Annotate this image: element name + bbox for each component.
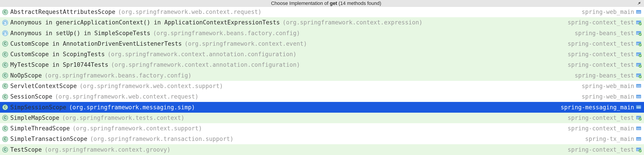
module-name: spring-context_test (568, 49, 634, 60)
package-name: (org.springframework.web.context.support… (80, 81, 223, 91)
module-name: spring-context_test (568, 60, 634, 70)
item-label: SimpleTransactionScope(org.springframewo… (10, 134, 234, 144)
list-item[interactable]: ServletContextScope(org.springframework.… (0, 81, 644, 91)
item-label: ServletContextScope(org.springframework.… (10, 81, 223, 91)
list-item[interactable]: TestScope(org.springframework.context.gr… (0, 144, 644, 155)
test-root-icon (636, 62, 642, 68)
test-root-icon (636, 115, 642, 121)
package-name: (org.springframework.beans.factory.confi… (153, 28, 300, 39)
class-name: SimpleMapScope (10, 113, 59, 123)
pin-icon[interactable] (636, 1, 642, 6)
item-label: MyTestScope in Spr10744Tests(org.springf… (10, 60, 300, 70)
class-name: CustomScope in ScopingTests (10, 49, 105, 60)
class-name: CustomScope in AnnotationDrivenEventList… (10, 39, 182, 49)
source-root-icon (636, 94, 642, 100)
source-root-icon (636, 9, 642, 15)
item-label: SimpSessionScope(org.springframework.mes… (10, 102, 195, 113)
module-name: spring-web_main (582, 81, 634, 91)
module-name: spring-context_main (568, 123, 634, 134)
class-icon (1, 52, 9, 57)
class-icon (1, 62, 9, 68)
implementation-list[interactable]: AbstractRequestAttributesScope(org.sprin… (0, 7, 644, 155)
package-name: (org.springframework.context.annotation.… (111, 60, 300, 70)
class-name: MyTestScope in Spr10744Tests (10, 60, 108, 70)
test-root-icon (636, 147, 642, 152)
test-root-icon (636, 41, 642, 47)
module-name: spring-beans_test (575, 28, 634, 39)
module-name: spring-context_test (568, 144, 634, 155)
implementation-chooser-popup: Choose Implementation of get (14 methods… (0, 0, 644, 155)
class-icon (1, 126, 9, 131)
test-root-icon (636, 73, 642, 78)
item-label: SimpleMapScope(org.springframework.tests… (10, 113, 184, 123)
item-label: NoOpScope(org.springframework.beans.fact… (10, 70, 192, 81)
test-root-icon (636, 52, 642, 57)
package-name: (org.springframework.web.context.request… (118, 7, 262, 17)
source-root-icon (636, 83, 642, 89)
package-name: (org.springframework.context.support) (72, 123, 202, 134)
class-name: SimpleTransactionScope (10, 134, 87, 144)
class-icon (1, 94, 9, 100)
package-name: (org.springframework.beans.factory.confi… (44, 70, 192, 81)
package-name: (org.springframework.web.context.request… (55, 91, 198, 102)
class-name: ServletContextScope (10, 81, 77, 91)
item-label: Anonymous in setUp() in SimpleScopeTests… (10, 28, 300, 39)
module-name: spring-web_main (582, 91, 634, 102)
item-label: TestScope(org.springframework.context.gr… (10, 144, 170, 155)
item-label: SimpleThreadScope(org.springframework.co… (10, 123, 202, 134)
list-item[interactable]: SimpSessionScope(org.springframework.mes… (0, 102, 644, 112)
item-label: CustomScope in ScopingTests(org.springfr… (10, 49, 296, 60)
module-name: spring-beans_test (575, 70, 634, 81)
list-item[interactable]: SessionScope(org.springframework.web.con… (0, 91, 644, 102)
class-icon (1, 115, 9, 121)
class-name: SimpSessionScope (10, 102, 66, 113)
list-item[interactable]: NoOpScope(org.springframework.beans.fact… (0, 70, 644, 81)
list-item[interactable]: MyTestScope in Spr10744Tests(org.springf… (0, 60, 644, 70)
package-name: (org.springframework.context.groovy) (44, 144, 170, 155)
module-name: spring-context_test (568, 39, 634, 49)
list-item[interactable]: SimpleThreadScope(org.springframework.co… (0, 123, 644, 134)
package-name: (org.springframework.tests.context) (62, 113, 184, 123)
class-name: AbstractRequestAttributesScope (10, 7, 116, 17)
list-item[interactable]: CustomScope in AnnotationDrivenEventList… (0, 39, 644, 49)
package-name: (org.springframework.transaction.support… (90, 134, 234, 144)
class-name: SessionScope (10, 91, 52, 102)
list-item[interactable]: SimpleMapScope(org.springframework.tests… (0, 113, 644, 123)
module-name: spring-context_test (568, 113, 634, 123)
class-icon (1, 41, 9, 47)
package-name: (org.springframework.context.annotation.… (108, 49, 296, 60)
title-prefix: Choose Implementation of (271, 1, 330, 6)
class-icon (1, 9, 9, 15)
item-label: Anonymous in genericApplicationContext()… (10, 17, 422, 28)
list-item[interactable]: SimpleTransactionScope(org.springframewo… (0, 134, 644, 144)
popup-header: Choose Implementation of get (14 methods… (0, 0, 644, 7)
class-name: Anonymous in genericApplicationContext()… (10, 17, 280, 28)
test-root-icon (636, 20, 642, 26)
source-root-icon (636, 136, 642, 142)
anonymous-class-icon (1, 30, 9, 36)
list-item[interactable]: CustomScope in ScopingTests(org.springfr… (0, 49, 644, 60)
title-method: get (330, 1, 337, 6)
class-icon (1, 83, 9, 89)
class-name: NoOpScope (10, 70, 42, 81)
class-icon (1, 73, 9, 78)
svg-rect-2 (638, 3, 639, 5)
item-label: SessionScope(org.springframework.web.con… (10, 91, 198, 102)
item-label: AbstractRequestAttributesScope(org.sprin… (10, 7, 262, 17)
source-root-icon (636, 126, 642, 131)
module-name: spring-messaging_main (560, 102, 634, 113)
list-item[interactable]: Anonymous in setUp() in SimpleScopeTests… (0, 28, 644, 39)
module-name: spring-context_test (568, 17, 634, 28)
class-icon (1, 104, 9, 110)
class-name: Anonymous in setUp() in SimpleScopeTests (10, 28, 150, 39)
item-label: CustomScope in AnnotationDrivenEventList… (10, 39, 307, 49)
source-root-icon (636, 104, 642, 110)
package-name: (org.springframework.context.event) (184, 39, 307, 49)
test-root-icon (636, 30, 642, 36)
class-name: TestScope (10, 144, 42, 155)
class-name: SimpleThreadScope (10, 123, 70, 134)
module-name: spring-tx_main (585, 134, 634, 144)
class-icon (1, 136, 9, 142)
list-item[interactable]: Anonymous in genericApplicationContext()… (0, 17, 644, 28)
title-suffix: (14 methods found) (337, 1, 381, 6)
